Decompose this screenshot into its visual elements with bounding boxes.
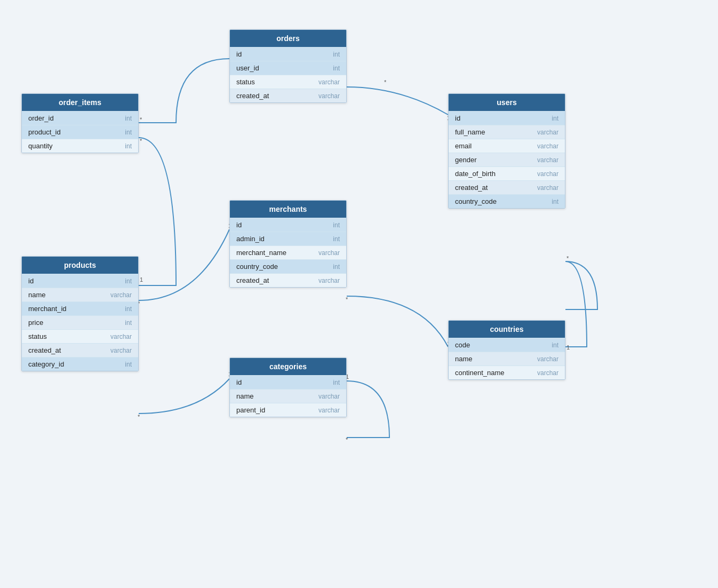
table-row: codeint — [449, 338, 565, 352]
table-row: created_atvarchar — [449, 180, 565, 194]
table-header-users: users — [449, 94, 565, 111]
col-name: status — [236, 78, 255, 86]
diagram-canvas: 1 * * 1 * 1 * 1 * 1 1 * * 1 * 1 ordersid… — [0, 0, 718, 588]
svg-text:*: * — [567, 255, 569, 261]
col-type: varchar — [110, 347, 132, 354]
col-name: merchant_name — [236, 249, 286, 257]
col-name: user_id — [236, 64, 259, 72]
table-row: country_codeint — [449, 194, 565, 208]
col-name: full_name — [455, 128, 485, 136]
svg-text:1: 1 — [567, 344, 570, 351]
col-type: int — [552, 341, 559, 349]
col-type: varchar — [318, 249, 340, 257]
table-row: idint — [230, 375, 346, 389]
table-row: merchant_namevarchar — [230, 245, 346, 259]
table-header-categories: categories — [230, 358, 346, 375]
table-row: idint — [22, 274, 138, 288]
table-row: parent_idvarchar — [230, 403, 346, 417]
col-name: id — [236, 50, 242, 58]
col-name: date_of_birth — [455, 170, 496, 178]
table-row: namevarchar — [22, 288, 138, 301]
col-type: int — [333, 51, 340, 58]
col-name: created_at — [455, 184, 488, 192]
table-row: idint — [449, 111, 565, 125]
col-name: name — [455, 355, 473, 363]
table-countries: countriescodeintnamevarcharcontinent_nam… — [448, 320, 565, 380]
table-row: gendervarchar — [449, 153, 565, 166]
table-products: productsidintnamevarcharmerchant_idintpr… — [21, 256, 139, 371]
table-row: statusvarchar — [230, 75, 346, 89]
svg-text:1: 1 — [140, 276, 143, 283]
col-name: country_code — [455, 197, 497, 205]
svg-text:*: * — [140, 138, 142, 144]
col-type: varchar — [318, 78, 340, 86]
table-merchants: merchantsidintadmin_idintmerchant_nameva… — [229, 200, 347, 288]
col-name: gender — [455, 156, 476, 164]
col-type: varchar — [537, 184, 559, 192]
col-name: quantity — [28, 142, 53, 150]
table-orders: ordersidintuser_idintstatusvarcharcreate… — [229, 29, 347, 103]
col-name: order_id — [28, 114, 54, 122]
table-row: merchant_idint — [22, 301, 138, 315]
col-name: created_at — [236, 276, 269, 284]
col-name: name — [28, 291, 46, 299]
table-row: admin_idint — [230, 232, 346, 245]
col-type: int — [125, 115, 132, 122]
table-row: date_of_birthvarchar — [449, 166, 565, 180]
table-row: order_idint — [22, 111, 138, 125]
col-type: varchar — [318, 277, 340, 284]
table-row: continent_namevarchar — [449, 365, 565, 379]
svg-text:*: * — [384, 79, 387, 85]
col-name: country_code — [236, 263, 278, 271]
col-type: varchar — [537, 170, 559, 178]
col-name: merchant_id — [28, 305, 67, 313]
table-header-orders: orders — [230, 30, 346, 47]
table-row: priceint — [22, 315, 138, 329]
table-row: country_codeint — [230, 259, 346, 273]
col-type: varchar — [110, 291, 132, 299]
col-type: int — [125, 277, 132, 285]
col-name: id — [236, 221, 242, 229]
col-type: varchar — [537, 369, 559, 377]
col-name: id — [236, 378, 242, 386]
col-type: varchar — [537, 156, 559, 164]
col-name: name — [236, 392, 254, 400]
col-type: varchar — [318, 92, 340, 100]
col-type: int — [552, 198, 559, 205]
col-name: id — [455, 114, 460, 122]
col-type: int — [333, 379, 340, 386]
table-header-order_items: order_items — [22, 94, 138, 111]
col-name: continent_name — [455, 369, 505, 377]
table-row: namevarchar — [230, 389, 346, 403]
col-name: status — [28, 332, 47, 340]
col-type: varchar — [318, 407, 340, 414]
col-name: created_at — [28, 346, 61, 354]
col-type: varchar — [537, 142, 559, 150]
col-type: int — [333, 235, 340, 243]
col-name: admin_id — [236, 235, 265, 243]
table-row: namevarchar — [449, 352, 565, 365]
col-name: created_at — [236, 92, 269, 100]
col-type: int — [125, 129, 132, 136]
table-header-products: products — [22, 257, 138, 274]
table-row: statusvarchar — [22, 329, 138, 343]
col-type: varchar — [318, 393, 340, 400]
table-row: idint — [230, 47, 346, 61]
col-name: parent_id — [236, 406, 265, 414]
col-type: int — [333, 65, 340, 72]
col-name: category_id — [28, 360, 64, 368]
col-type: int — [552, 115, 559, 122]
table-row: emailvarchar — [449, 139, 565, 153]
col-name: code — [455, 341, 470, 349]
table-row: created_atvarchar — [22, 343, 138, 357]
svg-text:*: * — [138, 414, 140, 420]
col-type: int — [125, 142, 132, 150]
svg-text:*: * — [346, 296, 348, 303]
svg-text:*: * — [346, 436, 348, 443]
table-row: user_idint — [230, 61, 346, 75]
col-type: int — [125, 361, 132, 368]
table-row: category_idint — [22, 357, 138, 371]
table-row: created_atvarchar — [230, 273, 346, 287]
table-header-merchants: merchants — [230, 201, 346, 218]
table-categories: categoriesidintnamevarcharparent_idvarch… — [229, 357, 347, 417]
